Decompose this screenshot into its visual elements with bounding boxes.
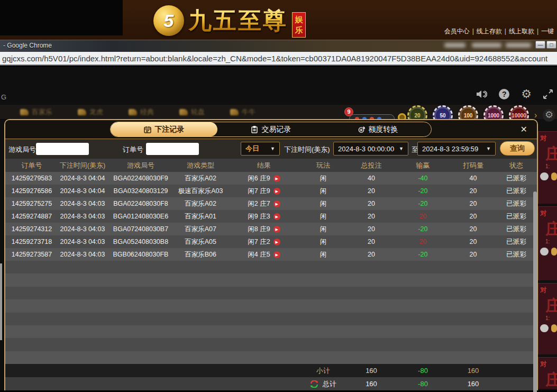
- cell-play: 闲: [302, 197, 345, 210]
- chip-value: 20: [414, 113, 420, 118]
- pair-label: 对: [540, 209, 557, 218]
- cell-turnover: 20: [448, 210, 498, 223]
- game-nav-item-0[interactable]: 百家乐: [20, 107, 52, 117]
- odds-text: 1:: [545, 239, 557, 244]
- cell-winloss: -80: [398, 377, 448, 390]
- corner-letter: G: [1, 93, 6, 101]
- close-icon[interactable]: ✕: [521, 124, 527, 134]
- blurred-account-info: [472, 43, 501, 48]
- play-icon[interactable]: ▶: [273, 175, 280, 182]
- empty-stripes: [5, 261, 537, 364]
- game-category-icon: [129, 109, 137, 115]
- tab-transaction-records[interactable]: 交易记录: [217, 122, 324, 136]
- cell-time: 2024-8-3 04:03: [58, 210, 107, 223]
- game-nav-item-1[interactable]: 龙虎: [78, 107, 103, 117]
- logo-number: 5: [164, 11, 174, 31]
- site-nav-links: 会员中心|线上存款|线上取款|一键: [414, 27, 557, 36]
- cell-winloss: -80: [398, 364, 448, 377]
- refresh-icon[interactable]: [310, 380, 318, 388]
- play-icon[interactable]: ▶: [273, 226, 280, 233]
- order-number-input[interactable]: [146, 143, 199, 155]
- modal-tabbar: 下注记录 交易记录 额度转换 ✕: [5, 120, 537, 139]
- play-icon[interactable]: ▶: [273, 239, 280, 245]
- play-icon[interactable]: ▶: [273, 251, 280, 258]
- maximize-button[interactable]: □: [546, 41, 556, 49]
- cell-play: 小计: [302, 364, 345, 377]
- logo-badge: 娱乐: [292, 12, 306, 38]
- cell-winloss: -20: [398, 223, 448, 235]
- notification-badge: 9: [344, 107, 353, 116]
- cell-winloss: -20: [398, 185, 448, 197]
- link-separator: |: [472, 28, 474, 35]
- speaker-icon[interactable]: [476, 89, 487, 99]
- records-table: 订单号下注时间(美东)游戏局号游戏类型结果玩法总投注输赢打码量状态 142592…: [5, 159, 537, 390]
- cell-order: 14259276586: [5, 185, 58, 197]
- minimize-button[interactable]: —: [535, 41, 545, 49]
- address-bar[interactable]: gqjcxs.com/h5V01/pc/index.html?return=ab…: [0, 52, 557, 66]
- help-icon[interactable]: ?: [499, 89, 509, 99]
- gold-chip: [551, 172, 557, 180]
- cell-bet: 20: [345, 248, 398, 261]
- site-logo: 5 九五至尊 娱乐: [153, 2, 306, 39]
- chevron-down-icon: ▼: [270, 146, 275, 151]
- game-nav-item-2[interactable]: 经典: [129, 107, 154, 117]
- tab-quota-transfer[interactable]: 额度转换: [324, 122, 431, 136]
- search-button[interactable]: 查询: [500, 141, 535, 156]
- game-nav-item-3[interactable]: 轮盘: [179, 107, 205, 117]
- empty-row: [5, 261, 537, 274]
- play-icon[interactable]: ▶: [273, 200, 280, 207]
- settings-gear-icon[interactable]: ⚙: [521, 89, 532, 99]
- coin-transfer-icon: [358, 126, 365, 133]
- round-number-input[interactable]: [36, 143, 89, 155]
- column-header-6: 总投注: [345, 159, 398, 172]
- left-edge-fragment: [0, 263, 2, 340]
- chip-settings-icon[interactable]: ⚙: [543, 109, 555, 122]
- site-link-2[interactable]: 线上取款: [509, 28, 534, 35]
- cell-time: 2024-8-3 04:03: [58, 235, 107, 248]
- subtotal-row: 小计160-80160: [5, 364, 537, 377]
- odds-text: 1:: [545, 315, 557, 321]
- play-icon[interactable]: ▶: [273, 188, 280, 195]
- from-datetime-select[interactable]: 2024-8-3 00:00:00 ▼: [333, 142, 408, 156]
- cell-time: [58, 364, 107, 377]
- chips-more-arrow[interactable]: ›: [534, 111, 537, 120]
- empty-row: [5, 299, 537, 312]
- cell-round: BGA012408030E6: [107, 210, 175, 223]
- tab-bet-records[interactable]: 下注记录: [111, 122, 217, 136]
- screen: 5 九五至尊 娱乐 会员中心|线上存款|线上取款|一键 - Google Chr…: [0, 0, 557, 392]
- cell-game: [175, 364, 226, 377]
- site-link-3[interactable]: 一键: [541, 28, 554, 35]
- records-table-body: 142592795832024-8-3 04:04BGA022408030F9百…: [5, 172, 537, 261]
- table-scrollbar[interactable]: [533, 192, 537, 392]
- play-triangle: ▶: [275, 189, 278, 193]
- window-title: - Google Chrome: [3, 42, 52, 49]
- banker-char: 庄: [545, 298, 557, 314]
- play-icon[interactable]: ▶: [273, 213, 280, 220]
- result-text: 闲2 庄7: [248, 199, 270, 208]
- cell-time: 2024-8-3 04:03: [58, 197, 107, 210]
- result-text: 闲6 庄9: [248, 174, 270, 183]
- cell-status: 已派彩: [498, 248, 534, 261]
- game-nav-item-4[interactable]: 牛牛: [230, 107, 255, 117]
- table-row: 142592752752024-8-3 04:03BGA022408030F8百…: [5, 197, 537, 210]
- to-datetime-select[interactable]: 2024-8-3 23:59:59 ▼: [417, 142, 496, 156]
- cell-bet: 160: [345, 377, 398, 390]
- cell-winloss: -20: [398, 248, 448, 261]
- gray-chip: [540, 172, 549, 180]
- fullscreen-icon[interactable]: [543, 89, 553, 99]
- cell-result: 闲7 庄9▶: [226, 185, 302, 197]
- order-number-label: 订单号: [123, 145, 143, 154]
- date-range-select[interactable]: 今日 ▼: [241, 142, 280, 156]
- column-header-4: 结果: [226, 159, 302, 172]
- cell-status: 已派彩: [498, 172, 534, 185]
- chevron-down-icon: ▼: [399, 146, 404, 151]
- site-link-1[interactable]: 线上存款: [477, 28, 502, 35]
- cell-order: 14259275275: [5, 197, 58, 210]
- play-triangle: ▶: [275, 215, 278, 218]
- logo-coin-icon: 5: [153, 5, 184, 36]
- site-header: 5 九五至尊 娱乐 会员中心|线上存款|线上取款|一键: [0, 0, 557, 40]
- cell-result: 闲4 庄5▶: [226, 248, 302, 261]
- calendar-icon: [144, 126, 151, 133]
- tab-label: 交易记录: [262, 125, 291, 134]
- site-link-0[interactable]: 会员中心: [444, 28, 470, 35]
